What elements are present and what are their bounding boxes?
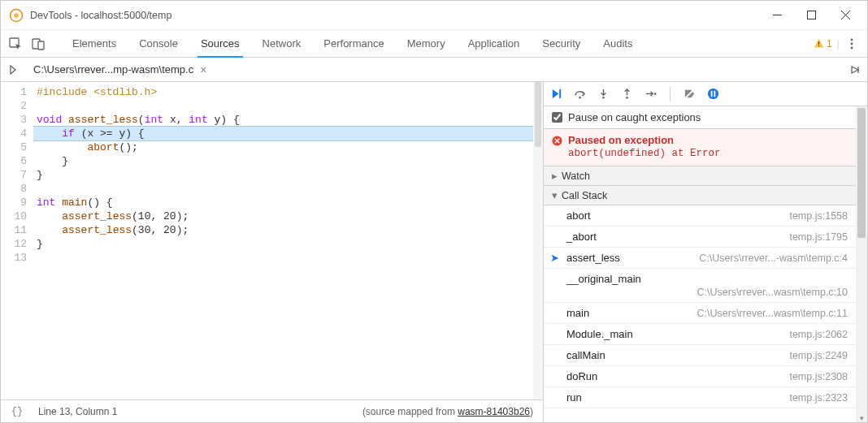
tab-security[interactable]: Security (531, 30, 592, 57)
paused-exception-box: Paused on exception abort(undefined) at … (544, 129, 856, 166)
frame-name: main (566, 307, 589, 319)
warnings-badge[interactable]: 1 (814, 38, 832, 50)
svg-rect-10 (818, 45, 819, 46)
svg-point-20 (626, 97, 628, 99)
exception-title: Paused on exception (568, 134, 848, 146)
code-line[interactable] (33, 251, 543, 265)
watch-section-header[interactable]: ▸ Watch (544, 166, 856, 186)
code-line[interactable]: } (33, 154, 543, 168)
pause-on-exceptions-button[interactable] (707, 88, 719, 100)
tab-memory[interactable]: Memory (396, 30, 457, 57)
current-frame-icon: ➤ (550, 252, 559, 264)
window-maximize-button[interactable] (794, 4, 828, 27)
tab-network[interactable]: Network (251, 30, 313, 57)
code-line[interactable]: int main() { (33, 196, 543, 209)
tab-sources[interactable]: Sources (189, 30, 251, 57)
exception-message: abort(undefined) at Error (568, 148, 848, 159)
step-button[interactable] (644, 88, 657, 100)
show-sidebar-icon[interactable] (843, 65, 867, 75)
code-line[interactable] (33, 99, 543, 113)
resume-button[interactable] (550, 88, 562, 100)
callstack-frame[interactable]: __original_mainC:\Users\rrever...wasm\te… (544, 269, 856, 303)
code-line[interactable]: #include <stdlib.h> (33, 85, 543, 99)
code-line[interactable]: void assert_less(int x, int y) { (33, 113, 543, 127)
more-menu-icon[interactable] (844, 38, 859, 50)
editor-pane: 12345678910111213 #include <stdlib.h> vo… (1, 82, 544, 422)
callstack-frame[interactable]: Module._maintemp.js:2062 (544, 324, 856, 345)
show-navigator-icon[interactable] (1, 65, 25, 75)
code-line[interactable]: } (33, 168, 543, 182)
svg-point-16 (579, 97, 581, 99)
debugger-toolbar (544, 82, 867, 106)
file-tab[interactable]: C:\Users\rrever...mp-wasm\temp.c × (25, 58, 215, 81)
callstack-frame[interactable]: callMaintemp.js:2249 (544, 345, 856, 366)
window-titlebar: DevTools - localhost:5000/temp (1, 1, 867, 30)
line-gutter: 12345678910111213 (1, 82, 33, 399)
code-line[interactable]: abort(); (33, 140, 543, 154)
svg-point-24 (708, 88, 718, 99)
warnings-count: 1 (827, 38, 832, 50)
svg-rect-26 (714, 91, 715, 97)
deactivate-breakpoints-button[interactable] (684, 88, 696, 100)
close-tab-icon[interactable]: × (200, 63, 206, 76)
callstack-frame[interactable]: doRuntemp.js:2308 (544, 366, 856, 387)
code-line[interactable]: assert_less(30, 20); (33, 223, 543, 237)
callstack-frame[interactable]: ➤assert_lessC:\Users\rrever...-wasm\temp… (544, 248, 856, 269)
devtools-tabs: ElementsConsoleSourcesNetworkPerformance… (1, 30, 867, 58)
source-mapped-info: (source mapped from wasm-81403b26) (362, 406, 543, 417)
step-into-button[interactable] (597, 88, 610, 100)
collapse-icon: ▸ (550, 170, 558, 182)
tab-elements[interactable]: Elements (61, 30, 128, 57)
file-tab-path: C:\Users\rrever...mp-wasm\temp.c (33, 63, 193, 76)
tab-console[interactable]: Console (128, 30, 189, 57)
window-minimize-button[interactable] (760, 4, 794, 27)
callstack-frame[interactable]: aborttemp.js:1558 (544, 205, 856, 227)
code-line[interactable] (33, 182, 543, 196)
pause-on-caught-label: Pause on caught exceptions (568, 111, 701, 123)
svg-point-18 (602, 97, 605, 99)
svg-point-22 (654, 93, 657, 95)
source-map-link[interactable]: wasm-81403b26 (458, 406, 530, 417)
svg-rect-8 (38, 41, 44, 50)
step-out-button[interactable] (621, 88, 633, 100)
frame-location: temp.js:2062 (789, 329, 848, 340)
code-area[interactable]: #include <stdlib.h> void assert_less(int… (33, 82, 543, 399)
window-close-button[interactable] (828, 4, 862, 27)
error-icon (552, 136, 562, 146)
tab-application[interactable]: Application (457, 30, 532, 57)
callstack-frame[interactable]: runtemp.js:2323 (544, 387, 856, 408)
callstack-frame[interactable]: mainC:\Users\rrever...wasm\temp.c:11 (544, 303, 856, 324)
step-over-button[interactable] (574, 88, 586, 100)
frame-name: callMain (566, 349, 605, 361)
frame-name: _abort (566, 231, 597, 243)
frame-location: temp.js:1558 (789, 210, 848, 222)
window-title: DevTools - localhost:5000/temp (30, 10, 760, 21)
debugger-panel: Pause on caught exceptions Paused on exc… (544, 82, 867, 422)
svg-rect-15 (559, 89, 561, 98)
device-mode-icon[interactable] (27, 30, 50, 57)
callstack-frame[interactable]: _aborttemp.js:1795 (544, 227, 856, 248)
frame-name: abort (566, 209, 591, 222)
callstack-section-header[interactable]: ▾ Call Stack (544, 186, 856, 205)
svg-point-13 (851, 46, 853, 49)
code-line[interactable]: assert_less(10, 20); (33, 209, 543, 223)
svg-point-12 (851, 42, 853, 45)
frame-location: C:\Users\rrever...-wasm\temp.c:4 (699, 253, 848, 264)
tab-performance[interactable]: Performance (312, 30, 395, 57)
devtools-icon (9, 8, 24, 23)
sources-toolbar: C:\Users\rrever...mp-wasm\temp.c × (1, 58, 867, 82)
pause-on-caught-checkbox[interactable] (552, 112, 562, 123)
brackets-icon[interactable]: {} (1, 406, 33, 417)
pause-on-caught-row[interactable]: Pause on caught exceptions (544, 106, 856, 129)
editor-scrollbar[interactable] (533, 82, 543, 399)
svg-point-11 (851, 38, 853, 41)
frame-location: C:\Users\rrever...wasm\temp.c:10 (566, 287, 848, 298)
element-picker-icon[interactable] (4, 30, 27, 57)
code-line[interactable]: } (33, 237, 543, 251)
debugger-scrollbar[interactable]: ▴ ▾ (856, 106, 867, 422)
svg-point-1 (14, 13, 19, 18)
frame-name: Module._main (566, 328, 633, 340)
code-line[interactable]: if (x >= y) { (33, 126, 543, 141)
svg-rect-25 (711, 91, 713, 97)
tab-audits[interactable]: Audits (592, 30, 644, 57)
